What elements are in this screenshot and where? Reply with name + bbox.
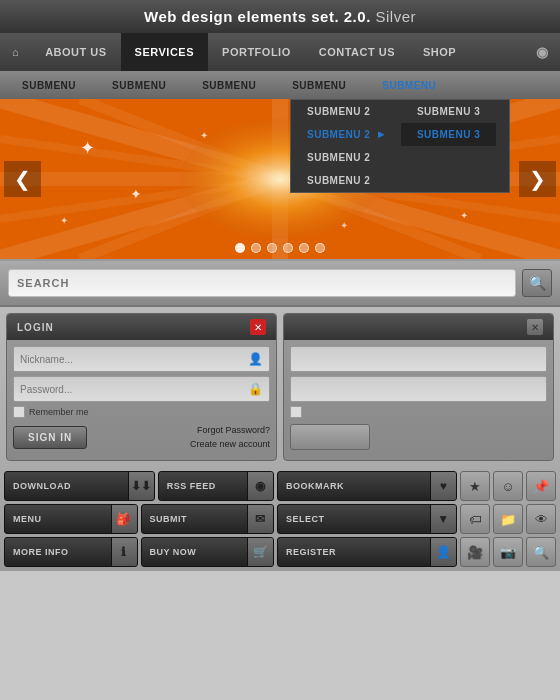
hero-dot-1[interactable] (235, 243, 245, 253)
nickname-input[interactable] (20, 354, 248, 365)
eye-button[interactable]: 👁 (526, 504, 556, 534)
nav-about[interactable]: ABOUT US (31, 33, 120, 71)
page-header: Web design elements set. 2.0. Silver (0, 0, 560, 33)
submenu-3[interactable]: SUBMENU (184, 80, 274, 91)
menu-icon: 🎒 (111, 505, 137, 533)
submenu-2[interactable]: SUBMENU (94, 80, 184, 91)
right-input-2[interactable] (290, 376, 547, 402)
rss-icon-btn: ◉ (247, 472, 273, 500)
menu-label: MENU (5, 505, 111, 533)
dropdown-sub3-1[interactable]: SUBMENU 3 (401, 100, 496, 123)
hero-next-button[interactable]: ❯ (519, 161, 556, 197)
right-panel: ✕ (283, 313, 554, 461)
submit-button[interactable]: SUBMIT ✉ (141, 504, 275, 534)
right-panel-button[interactable] (290, 424, 370, 450)
folder-button[interactable]: 📁 (493, 504, 523, 534)
right-panel-body (284, 340, 553, 460)
hero-dot-6[interactable] (315, 243, 325, 253)
row2-left: MENU 🎒 SUBMIT ✉ (4, 504, 274, 534)
button-row-1: DOWNLOAD ⬇⬇ RSS FEED ◉ BOOKMARK ♥ ★ ☺ 📌 (4, 471, 556, 501)
dropdown-item-4[interactable]: SUBMENU 2 (291, 169, 401, 192)
hero-dot-3[interactable] (267, 243, 277, 253)
search-icon: 🔍 (529, 275, 546, 291)
remember-checkbox[interactable] (13, 406, 25, 418)
download-button[interactable]: DOWNLOAD ⬇⬇ (4, 471, 155, 501)
register-button[interactable]: REGISTER 👤 (277, 537, 457, 567)
nickname-field-wrapper: 👤 (13, 346, 270, 372)
nav-portfolio[interactable]: PORTFOLIO (208, 33, 305, 71)
submenu-5[interactable]: SUBMENU (364, 80, 454, 91)
signin-button[interactable]: SIGN IN (13, 426, 87, 449)
bookmark-label: BOOKMARK (278, 472, 430, 500)
more-info-button[interactable]: MORE INFO ℹ (4, 537, 138, 567)
forgot-links: Forgot Password? Create new account (190, 424, 270, 451)
dropdown-sub3-2[interactable]: SUBMENU 3 (401, 123, 496, 146)
register-label: REGISTER (278, 538, 430, 566)
dropdown-item-2[interactable]: SUBMENU 2 (291, 123, 401, 146)
nav-contact[interactable]: CONTACT US (305, 33, 409, 71)
svg-text:✦: ✦ (80, 138, 95, 158)
row2-right: SELECT ▼ 🏷 📁 👁 (277, 504, 556, 534)
smiley-button[interactable]: ☺ (493, 471, 523, 501)
nav-home[interactable]: ⌂ (0, 33, 31, 71)
hero-dot-5[interactable] (299, 243, 309, 253)
tag-button[interactable]: 🏷 (460, 504, 490, 534)
pin-button[interactable]: 📌 (526, 471, 556, 501)
search-input[interactable] (8, 269, 516, 297)
right-checkbox[interactable] (290, 406, 302, 418)
search-button[interactable]: 🔍 (522, 269, 552, 297)
svg-text:✦: ✦ (200, 130, 208, 141)
select-label: SELECT (278, 505, 430, 533)
hero-pagination (235, 243, 325, 253)
login-panel-header: LOGIN ✕ (7, 314, 276, 340)
hero-dot-2[interactable] (251, 243, 261, 253)
submenu-4[interactable]: SUBMENU (274, 80, 364, 91)
submenu-1[interactable]: SUBMENU (4, 80, 94, 91)
more-info-label: MORE INFO (5, 538, 111, 566)
register-icon: 👤 (430, 538, 456, 566)
dropdown-item-1[interactable]: SUBMENU 2 (291, 100, 401, 123)
svg-text:✦: ✦ (460, 210, 468, 221)
search-bar: 🔍 (0, 259, 560, 307)
bookmark-button[interactable]: BOOKMARK ♥ (277, 471, 457, 501)
submit-icon: ✉ (247, 505, 273, 533)
hero-dot-4[interactable] (283, 243, 293, 253)
right-input-1[interactable] (290, 346, 547, 372)
menu-button[interactable]: MENU 🎒 (4, 504, 138, 534)
dropdown-col-1: SUBMENU 2 SUBMENU 2 SUBMENU 2 SUBMENU 2 (291, 100, 401, 192)
button-row-2: MENU 🎒 SUBMIT ✉ SELECT ▼ 🏷 📁 👁 (4, 504, 556, 534)
login-panel-title: LOGIN (17, 322, 54, 333)
row3-right: REGISTER 👤 🎥 📷 🔍 (277, 537, 556, 567)
login-panel-close[interactable]: ✕ (250, 319, 266, 335)
dropdown-item-3[interactable]: SUBMENU 2 (291, 146, 401, 169)
password-field-wrapper: 🔒 (13, 376, 270, 402)
camera-button[interactable]: 📷 (493, 537, 523, 567)
user-icon: 👤 (248, 352, 263, 366)
create-account-link[interactable]: Create new account (190, 438, 270, 452)
cart-icon: 🛒 (247, 538, 273, 566)
header-title: Web design elements set. 2.0. (144, 8, 371, 25)
buy-now-label: BUY NOW (142, 538, 248, 566)
nav-shop[interactable]: SHOP (409, 33, 470, 71)
nav-rss[interactable]: ◉ (524, 33, 561, 71)
zoom-button[interactable]: 🔍 (526, 537, 556, 567)
svg-text:✦: ✦ (60, 215, 68, 226)
password-input[interactable] (20, 384, 248, 395)
nav-services[interactable]: SERVICES (121, 33, 208, 71)
select-button[interactable]: SELECT ▼ (277, 504, 457, 534)
forgot-password-link[interactable]: Forgot Password? (190, 424, 270, 438)
star-button[interactable]: ★ (460, 471, 490, 501)
dropdown-col-2: SUBMENU 3 SUBMENU 3 (401, 100, 496, 192)
bookmark-icon: ♥ (430, 472, 456, 500)
right-panel-close[interactable]: ✕ (527, 319, 543, 335)
rss-feed-button[interactable]: RSS FEED ◉ (158, 471, 274, 501)
buy-now-button[interactable]: BUY NOW 🛒 (141, 537, 275, 567)
video-button[interactable]: 🎥 (460, 537, 490, 567)
hero-prev-button[interactable]: ❮ (4, 161, 41, 197)
row1-left: DOWNLOAD ⬇⬇ RSS FEED ◉ (4, 471, 274, 501)
submit-label: SUBMIT (142, 505, 248, 533)
download-icon: ⬇⬇ (128, 472, 154, 500)
row1-right: BOOKMARK ♥ ★ ☺ 📌 (277, 471, 556, 501)
row3-left: MORE INFO ℹ BUY NOW 🛒 (4, 537, 274, 567)
right-panel-header: ✕ (284, 314, 553, 340)
